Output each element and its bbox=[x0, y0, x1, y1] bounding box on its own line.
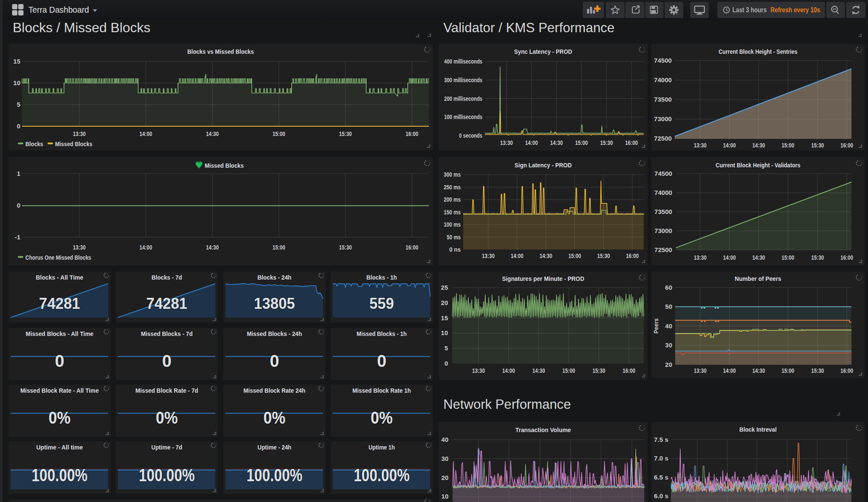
svg-text:0: 0 bbox=[377, 352, 386, 370]
svg-text:Missed Blocks - All Time: Missed Blocks - All Time bbox=[26, 330, 94, 337]
svg-text:Block Intreval: Block Intreval bbox=[740, 426, 777, 433]
svg-text:14:30: 14:30 bbox=[752, 367, 765, 374]
svg-text:6.5 s: 6.5 s bbox=[654, 474, 668, 481]
svg-text:Missed Blocks - 7d: Missed Blocks - 7d bbox=[141, 330, 193, 337]
svg-text:15:00: 15:00 bbox=[782, 367, 794, 374]
svg-text:14:00: 14:00 bbox=[511, 252, 523, 259]
svg-text:Missed Block Rate 24h: Missed Block Rate 24h bbox=[244, 387, 306, 394]
svg-text:15:00: 15:00 bbox=[273, 130, 285, 137]
svg-text:30: 30 bbox=[665, 341, 672, 349]
svg-text:15: 15 bbox=[441, 314, 448, 322]
svg-text:16:00: 16:00 bbox=[406, 244, 418, 251]
svg-text:15:00: 15:00 bbox=[273, 244, 285, 251]
svg-text:14:00: 14:00 bbox=[723, 141, 736, 149]
svg-text:Signatures per Minute - PROD: Signatures per Minute - PROD bbox=[502, 275, 584, 282]
svg-text:14:30: 14:30 bbox=[540, 252, 552, 259]
svg-text:14:00: 14:00 bbox=[525, 139, 538, 146]
svg-text:10: 10 bbox=[441, 493, 448, 500]
svg-text:13:30: 13:30 bbox=[694, 254, 707, 261]
svg-text:74000: 74000 bbox=[654, 189, 672, 196]
svg-text:14:00: 14:00 bbox=[723, 254, 736, 261]
svg-text:14:00: 14:00 bbox=[723, 367, 736, 374]
svg-text:7.0 s: 7.0 s bbox=[654, 455, 668, 462]
svg-text:0%: 0% bbox=[49, 408, 71, 427]
svg-text:15:30: 15:30 bbox=[339, 130, 352, 137]
svg-text:72500: 72500 bbox=[654, 246, 672, 253]
svg-text:50: 50 bbox=[665, 303, 672, 310]
svg-text:Blocks vs Missed Blocks: Blocks vs Missed Blocks bbox=[187, 48, 254, 55]
svg-text:74281: 74281 bbox=[146, 295, 187, 312]
svg-text:Uptime - 24h: Uptime - 24h bbox=[258, 444, 292, 451]
svg-text:15:30: 15:30 bbox=[600, 139, 613, 146]
svg-text:Blocks - 7d: Blocks - 7d bbox=[152, 274, 182, 281]
svg-text:74000: 74000 bbox=[654, 76, 672, 83]
svg-text:-1: -1 bbox=[15, 233, 20, 241]
svg-text:15:00: 15:00 bbox=[782, 141, 794, 149]
svg-text:400 milliseconds: 400 milliseconds bbox=[444, 58, 482, 65]
svg-text:100 ms: 100 ms bbox=[444, 221, 461, 228]
svg-text:5: 5 bbox=[445, 344, 448, 352]
svg-text:0: 0 bbox=[445, 360, 448, 367]
svg-text:Peers: Peers bbox=[652, 319, 659, 334]
svg-text:15:00: 15:00 bbox=[562, 367, 575, 374]
svg-text:300 milliseconds: 300 milliseconds bbox=[444, 76, 482, 83]
svg-text:13805: 13805 bbox=[254, 295, 295, 312]
svg-text:150 ms: 150 ms bbox=[444, 208, 461, 216]
svg-text:15:00: 15:00 bbox=[575, 139, 588, 146]
svg-text:13:30: 13:30 bbox=[500, 139, 513, 146]
svg-text:Blocks: Blocks bbox=[25, 140, 43, 147]
svg-text:13:30: 13:30 bbox=[694, 367, 707, 374]
svg-text:50 ms: 50 ms bbox=[447, 233, 461, 241]
svg-text:100.00%: 100.00% bbox=[32, 465, 88, 485]
svg-text:14:30: 14:30 bbox=[206, 130, 219, 137]
svg-text:100 milliseconds: 100 milliseconds bbox=[444, 113, 482, 120]
svg-text:13:30: 13:30 bbox=[472, 367, 485, 374]
svg-text:Missed Blocks - 1h: Missed Blocks - 1h bbox=[357, 330, 407, 337]
svg-text:40: 40 bbox=[665, 322, 672, 330]
svg-text:15:00: 15:00 bbox=[782, 254, 794, 261]
svg-text:559: 559 bbox=[370, 295, 394, 312]
svg-text:0%: 0% bbox=[264, 408, 286, 427]
svg-text:Missed Blocks - 24h: Missed Blocks - 24h bbox=[247, 330, 302, 337]
svg-text:16:00: 16:00 bbox=[840, 141, 853, 149]
svg-text:20: 20 bbox=[441, 474, 448, 481]
svg-text:30: 30 bbox=[441, 455, 448, 462]
svg-text:Sync Latency - PROD: Sync Latency - PROD bbox=[514, 48, 572, 55]
svg-text:74500: 74500 bbox=[654, 57, 672, 64]
svg-text:13:30: 13:30 bbox=[694, 141, 707, 149]
svg-text:14:30: 14:30 bbox=[752, 254, 765, 261]
svg-text:14:30: 14:30 bbox=[550, 139, 563, 146]
svg-text:7.5 s: 7.5 s bbox=[654, 436, 668, 443]
svg-text:15: 15 bbox=[13, 58, 20, 65]
svg-text:15:30: 15:30 bbox=[811, 141, 824, 149]
svg-text:14:30: 14:30 bbox=[532, 367, 545, 374]
svg-text:16:00: 16:00 bbox=[626, 252, 639, 259]
svg-text:Network Performance: Network Performance bbox=[443, 397, 571, 412]
svg-text:16:00: 16:00 bbox=[625, 139, 638, 146]
svg-text:1: 1 bbox=[17, 170, 20, 177]
svg-text:15:30: 15:30 bbox=[339, 244, 352, 251]
svg-text:15:30: 15:30 bbox=[811, 367, 824, 374]
svg-text:14:00: 14:00 bbox=[139, 130, 152, 137]
svg-text:25: 25 bbox=[441, 284, 448, 291]
svg-text:0 seconds: 0 seconds bbox=[459, 132, 482, 139]
svg-text:73000: 73000 bbox=[654, 227, 672, 234]
svg-text:14:00: 14:00 bbox=[139, 244, 152, 251]
svg-text:100.00%: 100.00% bbox=[247, 465, 303, 485]
svg-text:250 ms: 250 ms bbox=[444, 183, 461, 191]
svg-text:100.00%: 100.00% bbox=[139, 465, 195, 485]
svg-text:10: 10 bbox=[13, 79, 20, 86]
svg-text:73500: 73500 bbox=[654, 208, 672, 215]
svg-text:0: 0 bbox=[55, 352, 64, 370]
svg-text:15:30: 15:30 bbox=[811, 254, 824, 261]
svg-text:Sign Latency - PROD: Sign Latency - PROD bbox=[515, 161, 572, 169]
svg-text:10: 10 bbox=[441, 329, 448, 336]
svg-text:16:00: 16:00 bbox=[406, 130, 418, 137]
svg-text:Refresh every 10s: Refresh every 10s bbox=[771, 6, 820, 14]
svg-text:Blocks - All Time: Blocks - All Time bbox=[36, 274, 83, 281]
svg-text:Current Block Height - Sentrie: Current Block Height - Sentries bbox=[719, 48, 798, 55]
svg-text:0 ns: 0 ns bbox=[449, 246, 461, 253]
svg-text:Missed Block Rate - All Time: Missed Block Rate - All Time bbox=[20, 387, 99, 394]
svg-text:Missed Blocks: Missed Blocks bbox=[55, 140, 92, 147]
svg-text:16:00: 16:00 bbox=[840, 254, 853, 261]
